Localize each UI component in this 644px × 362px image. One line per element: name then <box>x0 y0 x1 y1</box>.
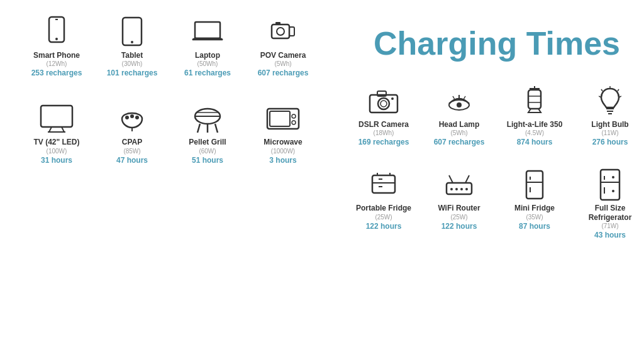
device-watt: (5Wh) <box>274 60 291 67</box>
device-name: Tablet <box>121 51 143 60</box>
device-item: Light Bulb (11W) 276 hours <box>572 82 644 150</box>
fridge_full-icon <box>598 168 622 201</box>
device-name: Pellet Grill <box>189 138 226 146</box>
router-icon <box>443 168 475 201</box>
device-watt: (18Wh) <box>374 129 394 136</box>
device-item: Head Lamp (5Wh) 607 recharges <box>421 82 497 150</box>
fridge_portable-icon <box>370 168 397 201</box>
svg-point-62 <box>455 188 458 190</box>
cpap-icon <box>117 102 147 135</box>
device-stat: 61 recharges <box>184 69 231 77</box>
tablet-icon <box>120 16 144 48</box>
svg-rect-69 <box>601 170 619 200</box>
svg-rect-65 <box>526 171 543 199</box>
bulb-icon <box>599 85 621 118</box>
device-stat: 43 hours <box>594 231 626 239</box>
svg-point-31 <box>378 98 389 109</box>
svg-point-35 <box>457 102 462 107</box>
device-stat: 31 hours <box>41 156 72 165</box>
device-watt: (11W) <box>601 129 618 136</box>
tv-icon <box>39 102 74 135</box>
device-stat: 169 recharges <box>358 138 409 146</box>
device-name: TV (42" LED) <box>33 138 79 146</box>
svg-rect-26 <box>270 111 290 126</box>
device-watt: (5Wh) <box>450 129 467 136</box>
svg-line-59 <box>449 175 453 183</box>
device-watt: (71W) <box>601 222 618 229</box>
fridge_mini-icon <box>524 168 545 201</box>
device-item: Mini Fridge (35W) 87 hours <box>497 165 572 243</box>
svg-point-8 <box>277 28 284 35</box>
svg-rect-40 <box>528 90 541 109</box>
device-item: Microwave (1000W) 3 hours <box>245 99 321 167</box>
device-watt: (60W) <box>199 148 216 155</box>
device-name: Smart Phone <box>33 51 80 60</box>
device-watt: (25W) <box>375 214 392 221</box>
device-stat: 874 hours <box>517 138 553 146</box>
device-stat: 122 hours <box>441 222 477 231</box>
device-watt: (50Wh) <box>197 60 218 67</box>
device-watt: (30Wh) <box>122 60 143 67</box>
svg-point-28 <box>292 121 296 124</box>
laptop-icon <box>191 16 224 48</box>
device-item: Smart Phone (12Wh) 253 recharges <box>19 13 94 80</box>
dslr-icon <box>367 85 400 118</box>
device-name: Light Bulb <box>591 120 628 129</box>
svg-line-21 <box>197 124 200 133</box>
device-item: TV (42" LED) (100W) 31 hours <box>19 99 94 167</box>
svg-point-32 <box>380 101 387 107</box>
svg-point-73 <box>612 176 614 178</box>
svg-point-33 <box>391 97 394 100</box>
device-name: CPAP <box>122 138 142 146</box>
device-name: Head Lamp <box>439 120 480 129</box>
device-watt: (25W) <box>450 214 467 221</box>
svg-point-4 <box>131 41 133 43</box>
svg-rect-52 <box>372 175 395 193</box>
svg-point-18 <box>135 116 139 119</box>
svg-line-60 <box>465 175 469 183</box>
device-watt: (35W) <box>526 214 543 221</box>
device-stat: 253 recharges <box>31 69 82 77</box>
device-name: DSLR Camera <box>358 120 409 129</box>
svg-line-22 <box>215 124 218 133</box>
device-name: Light-a-Life 350 <box>507 120 563 129</box>
device-name: WiFi Router <box>438 204 480 212</box>
svg-point-16 <box>125 116 129 119</box>
svg-point-27 <box>292 114 296 118</box>
device-item: Portable Fridge (25W) 122 hours <box>346 165 421 243</box>
device-watt: (4.5W) <box>525 129 544 136</box>
svg-rect-5 <box>195 22 220 38</box>
svg-rect-58 <box>447 183 472 194</box>
device-watt: (85W) <box>123 148 140 155</box>
svg-line-50 <box>601 89 602 91</box>
device-stat: 47 hours <box>116 156 148 165</box>
device-item: WiFi Router (25W) 122 hours <box>421 165 497 243</box>
page-title: Charging Times <box>374 26 620 62</box>
svg-rect-10 <box>275 22 280 25</box>
svg-rect-6 <box>195 31 220 32</box>
device-item: Pellet Grill (60W) 51 hours <box>170 99 245 167</box>
device-stat: 87 hours <box>519 222 550 231</box>
svg-point-2 <box>55 38 58 40</box>
svg-point-64 <box>465 188 468 190</box>
microwave-icon <box>266 102 300 135</box>
svg-rect-7 <box>272 25 289 38</box>
device-item: Full Size Refrigerator (71W) 43 hours <box>572 165 644 243</box>
device-watt: (1000W) <box>271 148 295 155</box>
device-name: POV Camera <box>260 51 306 60</box>
device-item: DSLR Camera (18Wh) 169 recharges <box>346 82 421 150</box>
device-name: Laptop <box>195 51 220 60</box>
device-name: Microwave <box>264 138 302 146</box>
device-watt: (12Wh) <box>47 60 67 67</box>
svg-line-51 <box>618 89 619 91</box>
svg-point-61 <box>450 188 453 190</box>
device-stat: 607 recharges <box>434 138 485 146</box>
device-stat: 276 hours <box>592 138 628 146</box>
headlamp-icon <box>443 85 475 118</box>
device-name: Full Size Refrigerator <box>577 204 643 222</box>
device-stat: 51 hours <box>192 156 223 165</box>
phone-icon <box>47 16 67 48</box>
svg-point-63 <box>460 188 463 190</box>
device-stat: 101 recharges <box>107 69 158 77</box>
device-item: Tablet (30Wh) 101 recharges <box>94 13 170 80</box>
